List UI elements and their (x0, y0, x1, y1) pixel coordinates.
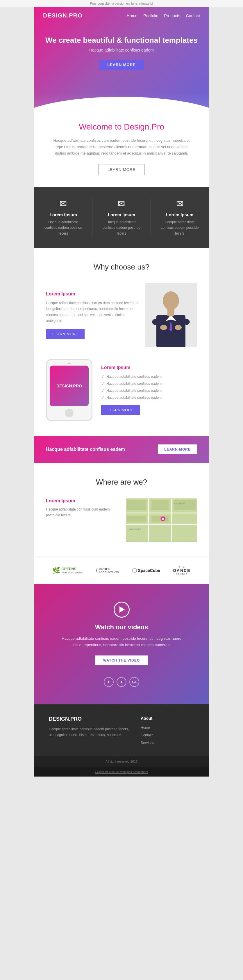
svg-text:WAZEMMIES: WAZEMMIES (129, 528, 141, 530)
svg-rect-9 (167, 309, 174, 316)
phone-mockup: DESIGN.PRO (46, 359, 92, 421)
footer-link-home-a[interactable]: Home (141, 725, 150, 730)
unsubscribe-link[interactable]: Cliquer ici si ne fait vous pas désabonn… (95, 770, 148, 774)
logo-groce: ⟨ GROCE ACCOUNTANTS (96, 567, 119, 574)
feature-item-2: ✉ Lorem Ipsum Hacque adfabilitate confis… (101, 199, 142, 236)
top-bar: Pour consulter la version en ligne, cliq… (0, 0, 243, 7)
map-svg: WAZEMMIES VILLE CENTRE (126, 498, 197, 542)
person-image (145, 283, 197, 347)
where-section: Where are we? Lorem Ipsum Hacque adfabil… (34, 463, 209, 557)
cta-banner-button[interactable]: LEARN MORE (158, 444, 197, 454)
footer: DESIGN.PRO Hacque adfabilitate confisus … (34, 704, 209, 756)
dance-studio: STUDIO (173, 573, 191, 576)
facebook-button[interactable]: f (104, 677, 114, 687)
why-row-2: DESIGN.PRO Lorem Ipsum ✓ Hacque adfabili… (46, 359, 197, 421)
googleplus-button[interactable]: G+ (129, 677, 139, 687)
welcome-heading: Welcome to Design.Pro (52, 122, 191, 132)
nav-links: Home Portfolio Products Contact (127, 13, 200, 18)
map-placeholder: WAZEMMIES VILLE CENTRE (126, 498, 197, 542)
logo-dance: THE DANCE STUDIO (173, 566, 191, 576)
play-icon (120, 606, 125, 612)
copyright-text: All right reserved 2017 (38, 760, 205, 763)
why-title-1: Lorem Ipsum (46, 291, 139, 297)
spacecube-name: SpaceCube (138, 568, 160, 573)
check-item-2: ✓ Hacque adfabilitate confisus eadem (101, 381, 197, 386)
where-row: Lorem Ipsum Hacque adfabilitate con fisu… (46, 498, 197, 542)
check-item-3: ✓ Hacque adfabilitate confisus eadem (101, 388, 197, 393)
nav-products[interactable]: Products (164, 13, 180, 18)
hero-content: We create beautiful & functional templat… (34, 24, 209, 93)
why-text-1: Lorem Ipsum Hacque adfabilitate confisus… (46, 291, 139, 339)
feature-title-3: Lorem Ipsum (159, 212, 200, 217)
twitter-icon: t (121, 680, 122, 684)
dance-the: THE (173, 566, 191, 568)
phone-logo: DESIGN.PRO (57, 383, 82, 388)
feature-desc-1: Hacque adfabilitate confisus eadem postr… (43, 220, 84, 236)
why-row-1: Lorem Ipsum Hacque adfabilitate confisus… (46, 283, 197, 347)
nav-portfolio[interactable]: Portfolio (143, 13, 158, 18)
phone-info: Lorem Ipsum ✓ Hacque adfabilitate confis… (101, 365, 197, 415)
nav-logo: DESIGN.PRO (43, 12, 82, 19)
check-icon-3: ✓ (101, 388, 105, 393)
hero-wave (34, 93, 209, 108)
checklist: ✓ Hacque adfabilitate confisus eadem ✓ H… (101, 374, 197, 400)
svg-text:VILLE CENTRE: VILLE CENTRE (173, 503, 185, 505)
check-icon-1: ✓ (101, 374, 105, 379)
why-choose-section: Why choose us? Lorem Ipsum Hacque adfabi… (34, 248, 209, 436)
play-button[interactable] (114, 601, 129, 617)
greens-name: GREENS (62, 567, 82, 571)
hero-cta-button[interactable]: LEARN MORE (99, 60, 144, 70)
greens-icon: 🌿 (52, 567, 60, 574)
svg-point-7 (160, 325, 167, 330)
dance-name: DANCE (173, 568, 191, 573)
nav-contact[interactable]: Contact (186, 13, 200, 18)
logo-greens: 🌿 GREENS FOR SOFTWARE (52, 567, 82, 574)
check-icon-2: ✓ (101, 381, 105, 386)
features-section: ✉ Lorem Ipsum Hacque adfabilitate confis… (34, 187, 209, 248)
svg-rect-15 (127, 500, 146, 510)
footer-link-services-a[interactable]: Services (141, 741, 154, 745)
partner-logos: 🌿 GREENS FOR SOFTWARE ⟨ GROCE ACCOUNTANT… (34, 557, 209, 584)
footer-brand: DESIGN.PRO Hacque adfabilitate confisus … (49, 716, 129, 748)
nav-home[interactable]: Home (127, 13, 137, 18)
where-body: Hacque adfabilitate con fisus cum eadem … (46, 506, 117, 519)
svg-point-21 (162, 517, 164, 520)
facebook-icon: f (108, 680, 109, 684)
envelope-icon-3: ✉ (159, 199, 200, 209)
watch-video-button[interactable]: WATCH THE VIDEO (95, 655, 148, 665)
footer-logo: DESIGN.PRO (49, 716, 129, 722)
twitter-button[interactable]: t (117, 677, 126, 687)
why-cta-button-2[interactable]: LEARN MORE (101, 405, 140, 415)
svg-rect-19 (151, 516, 169, 522)
greens-sub: FOR SOFTWARE (62, 571, 82, 574)
feature-item-3: ✉ Lorem Ipsum Hacque adfabilitate confis… (159, 199, 200, 236)
unsubscribe-bar: Cliquer ici si ne fait vous pas désabonn… (34, 767, 209, 776)
footer-link-services: Services (141, 740, 194, 745)
groce-name: GROCE (99, 567, 119, 571)
feature-title-1: Lorem Ipsum (43, 212, 84, 217)
why-body-1: Hacque adfabilitate confisus cum ea dem … (46, 300, 139, 324)
hero-heading: We create beautiful & functional templat… (43, 36, 200, 45)
footer-link-home: Home (141, 725, 194, 730)
phone-screen: DESIGN.PRO (50, 366, 88, 406)
check-item-4: ✓ Hacque adfabilitate confisus eadem (101, 395, 197, 400)
footer-link-contact-a[interactable]: Contact (141, 733, 153, 737)
check-icon-4: ✓ (101, 395, 105, 400)
svg-rect-18 (127, 516, 146, 522)
why-cta-button-1[interactable]: LEARN MORE (46, 329, 85, 339)
welcome-body: Hacque adfabilitate confisus cum eadem p… (52, 137, 191, 157)
phone-home-btn (65, 409, 74, 417)
footer-bottom: All right reserved 2017 (34, 756, 209, 767)
top-bar-link[interactable]: cliquez ici (139, 2, 153, 5)
footer-desc: Hacque adfabilitate confisus eadem postr… (49, 726, 129, 738)
spacecube-icon: ⬡ (132, 567, 137, 574)
groce-icon: ⟨ (96, 567, 98, 574)
feature-title-2: Lorem Ipsum (101, 212, 142, 217)
welcome-heading-colored: Design.Pro (124, 122, 164, 131)
googleplus-icon: G+ (132, 680, 137, 684)
hero-subheading: Hacque adfabilitate confisus eadem (43, 48, 200, 52)
cta-banner-text: Hacque adfabilitate confisus eadem (46, 447, 125, 452)
video-body: Hacque adfabilitate confisus eadem postr… (60, 635, 183, 648)
footer-links: About Home Contact Services (141, 716, 194, 748)
welcome-cta-button[interactable]: LEARN MORE (98, 164, 145, 175)
